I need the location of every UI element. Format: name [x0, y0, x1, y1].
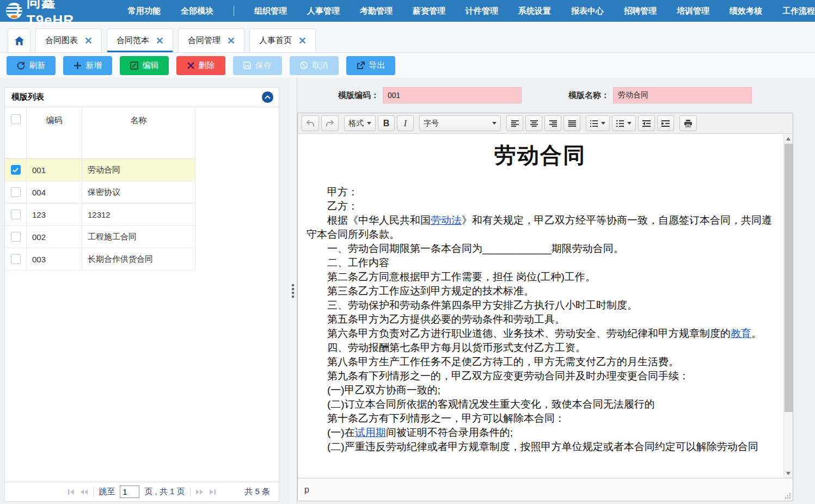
- editor-toolbar: 格式 B I 字号: [298, 113, 793, 134]
- delete-button[interactable]: 删除: [176, 56, 225, 75]
- tab-合同管理[interactable]: 合同管理: [178, 28, 244, 52]
- first-page-icon[interactable]: [68, 489, 75, 495]
- column-header-code[interactable]: 编码: [27, 107, 82, 158]
- document-body[interactable]: 劳动合同 甲方：乙方：根据《中华人民共和国劳动法》和有关规定，甲乙双方经平等协商…: [298, 134, 783, 478]
- refresh-label: 刷新: [29, 60, 46, 71]
- nav-item-2[interactable]: 组织管理: [254, 6, 287, 16]
- format-dropdown[interactable]: 格式: [344, 115, 376, 131]
- row-check-cell: [5, 248, 27, 270]
- page-number-input[interactable]: [120, 485, 139, 498]
- grid-body: 001劳动合同004保密协议12312312002工程施工合同003长期合作供货…: [5, 159, 279, 482]
- editor-content-area[interactable]: 劳动合同 甲方：乙方：根据《中华人民共和国劳动法》和有关规定，甲乙双方经平等协商…: [298, 134, 793, 478]
- doc-paragraph: 第八条甲方生产工作任务不足使乙方待工的，甲方无需支付乙方的月生活费。: [307, 355, 774, 369]
- delete-label: 删除: [199, 60, 215, 71]
- next-page-icon[interactable]: [195, 489, 204, 495]
- editor-scrollbar[interactable]: [783, 134, 793, 478]
- tab-合同图表[interactable]: 合同图表: [35, 28, 102, 52]
- scroll-down-button[interactable]: [784, 469, 793, 478]
- table-row[interactable]: 12312312: [5, 204, 195, 226]
- row-checkbox[interactable]: [11, 210, 21, 219]
- resize-grip-icon[interactable]: [785, 493, 791, 499]
- nav-item-3[interactable]: 人事管理: [307, 6, 340, 16]
- doc-link[interactable]: 教育: [731, 328, 751, 339]
- template-name-field[interactable]: [613, 87, 752, 103]
- refresh-button[interactable]: 刷新: [7, 56, 56, 75]
- select-all-checkbox[interactable]: [11, 114, 21, 124]
- doc-paragraph: 三、劳动保护和劳动条件第四条甲方安排乙方执行八小时工时制度。: [307, 298, 774, 312]
- nav-item-0[interactable]: 常用功能: [128, 6, 161, 16]
- bold-icon: B: [383, 119, 390, 128]
- numbered-list-button[interactable]: [612, 115, 636, 131]
- tab-close-icon[interactable]: [228, 37, 235, 44]
- row-checkbox[interactable]: [11, 254, 21, 264]
- align-right-button[interactable]: [544, 115, 561, 131]
- scroll-up-button[interactable]: [784, 134, 793, 143]
- column-header-name[interactable]: 名称: [82, 107, 195, 158]
- home-icon: [15, 36, 24, 45]
- nav-item-8[interactable]: 报表中心: [571, 6, 604, 16]
- action-toolbar: 刷新 新增 编辑 删除 保存: [0, 53, 815, 78]
- nav-menu: 常用功能全部模块组织管理人事管理考勤管理薪资管理计件管理系统设置报表中心招聘管理…: [128, 6, 815, 16]
- nav-item-4[interactable]: 考勤管理: [360, 6, 393, 16]
- tab-close-icon[interactable]: [299, 37, 306, 44]
- brand-logo[interactable]: 同鑫T9eHR: [5, 0, 103, 29]
- save-label: 保存: [255, 60, 272, 71]
- undo-button[interactable]: [302, 115, 319, 131]
- tab-人事首页[interactable]: 人事首页: [249, 28, 316, 52]
- add-button[interactable]: 新增: [63, 56, 112, 75]
- fontsize-dropdown[interactable]: 字号: [419, 115, 501, 131]
- row-checkbox[interactable]: [11, 165, 21, 175]
- nav-item-5[interactable]: 薪资管理: [413, 6, 445, 16]
- editor-status-bar: p: [298, 478, 793, 501]
- template-code-field[interactable]: [383, 87, 522, 103]
- collapse-panel-button[interactable]: [262, 91, 273, 103]
- add-label: 新增: [86, 60, 102, 71]
- last-page-icon[interactable]: [209, 489, 216, 495]
- doc-link[interactable]: 试用期: [355, 427, 386, 438]
- tab-合同范本[interactable]: 合同范本: [107, 28, 173, 52]
- bold-button[interactable]: B: [378, 115, 395, 131]
- outdent-button[interactable]: [638, 115, 655, 131]
- bullet-list-button[interactable]: [586, 115, 610, 131]
- nav-item-6[interactable]: 计件管理: [465, 6, 498, 16]
- align-left-button[interactable]: [506, 115, 523, 131]
- doc-paragraph: 第二条乙方同意根据甲方工作需要，担任 岗位(工种)工作。: [307, 270, 774, 284]
- triangle-up-icon: [786, 137, 791, 140]
- tab-close-icon[interactable]: [156, 37, 163, 44]
- italic-button[interactable]: I: [397, 115, 414, 131]
- cancel-button[interactable]: 取消: [290, 56, 339, 75]
- doc-paragraph: (二)订立本合同所依据的客观情况发生重大变化，致使本合同无法履行的: [307, 397, 774, 411]
- align-justify-button[interactable]: [563, 115, 580, 131]
- indent-button[interactable]: [657, 115, 674, 131]
- nav-item-12[interactable]: 工作流程: [782, 6, 815, 16]
- edit-button[interactable]: 编辑: [120, 56, 169, 75]
- nav-item-11[interactable]: 绩效考核: [730, 6, 762, 16]
- cancel-ban-icon: [300, 62, 308, 69]
- print-button[interactable]: [679, 115, 697, 131]
- row-checkbox[interactable]: [11, 187, 21, 197]
- row-checkbox[interactable]: [11, 232, 21, 242]
- nav-item-10[interactable]: 培训管理: [677, 6, 709, 16]
- grid-header-row: 编码 名称: [5, 107, 195, 159]
- redo-button[interactable]: [321, 115, 339, 131]
- format-label: 格式: [348, 119, 364, 128]
- tab-close-icon[interactable]: [85, 37, 92, 44]
- prev-page-icon[interactable]: [80, 489, 88, 495]
- table-row[interactable]: 004保密协议: [5, 181, 195, 204]
- doc-link[interactable]: 劳动法: [431, 214, 462, 226]
- doc-paragraph: 第六条甲方负责对乙方进行职业道德、业务技术、劳动安全、劳动纪律和甲方规章制度的教…: [307, 327, 774, 341]
- table-row[interactable]: 002工程施工合同: [5, 226, 195, 248]
- tab-home[interactable]: [8, 28, 30, 52]
- row-code-cell: 004: [27, 181, 82, 203]
- panel-splitter[interactable]: [289, 78, 297, 504]
- page-count-label: 页 , 共 1 页: [144, 487, 185, 497]
- save-button[interactable]: 保存: [233, 56, 282, 75]
- table-row[interactable]: 003长期合作供货合同: [5, 248, 195, 271]
- table-row[interactable]: 001劳动合同: [5, 159, 195, 181]
- align-center-button[interactable]: [525, 115, 542, 131]
- nav-item-7[interactable]: 系统设置: [518, 6, 551, 16]
- export-button[interactable]: 导出: [346, 56, 395, 75]
- nav-item-1[interactable]: 全部模块: [181, 6, 213, 16]
- scrollbar-thumb[interactable]: [785, 144, 793, 412]
- nav-item-9[interactable]: 招聘管理: [624, 6, 657, 16]
